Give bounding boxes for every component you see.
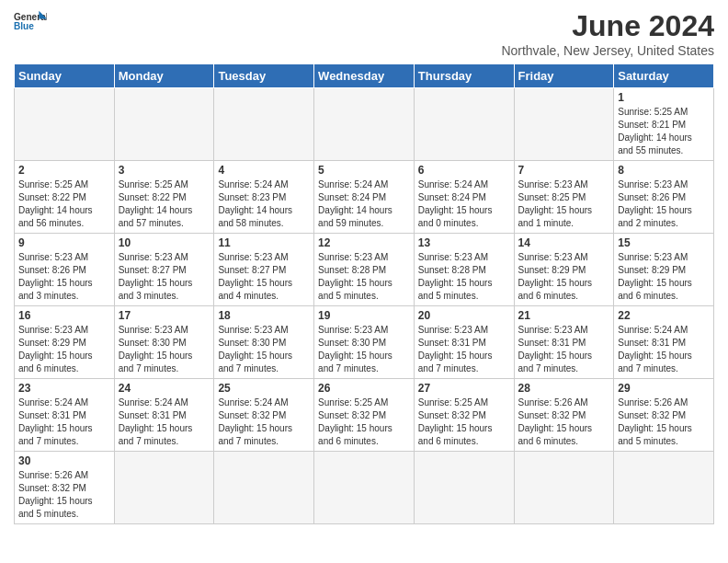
calendar-cell: 17Sunrise: 5:23 AM Sunset: 8:30 PM Dayli…: [114, 306, 214, 379]
day-number: 12: [318, 236, 410, 249]
day-info: Sunrise: 5:24 AM Sunset: 8:24 PM Dayligh…: [318, 178, 410, 230]
calendar-cell: 11Sunrise: 5:23 AM Sunset: 8:27 PM Dayli…: [214, 234, 314, 306]
day-number: 2: [18, 164, 110, 177]
day-info: Sunrise: 5:23 AM Sunset: 8:26 PM Dayligh…: [618, 178, 710, 230]
day-info: Sunrise: 5:23 AM Sunset: 8:30 PM Dayligh…: [318, 324, 410, 375]
day-info: Sunrise: 5:23 AM Sunset: 8:27 PM Dayligh…: [218, 251, 310, 303]
calendar-cell: 15Sunrise: 5:23 AM Sunset: 8:29 PM Dayli…: [614, 234, 714, 306]
header-thursday: Thursday: [414, 64, 514, 88]
calendar-cell: 30Sunrise: 5:26 AM Sunset: 8:32 PM Dayli…: [15, 452, 115, 524]
calendar-cell: 7Sunrise: 5:23 AM Sunset: 8:25 PM Daylig…: [514, 161, 614, 234]
calendar-cell: 6Sunrise: 5:24 AM Sunset: 8:24 PM Daylig…: [414, 161, 514, 234]
day-info: Sunrise: 5:25 AM Sunset: 8:22 PM Dayligh…: [18, 178, 110, 230]
calendar-cell: 2Sunrise: 5:25 AM Sunset: 8:22 PM Daylig…: [15, 161, 115, 234]
calendar-cell: 5Sunrise: 5:24 AM Sunset: 8:24 PM Daylig…: [314, 161, 415, 234]
calendar-cell: 21Sunrise: 5:23 AM Sunset: 8:31 PM Dayli…: [514, 306, 614, 379]
day-info: Sunrise: 5:26 AM Sunset: 8:32 PM Dayligh…: [18, 469, 110, 521]
calendar-week-row: 30Sunrise: 5:26 AM Sunset: 8:32 PM Dayli…: [15, 452, 714, 524]
day-info: Sunrise: 5:26 AM Sunset: 8:32 PM Dayligh…: [618, 396, 710, 448]
day-number: 18: [218, 309, 310, 322]
logo-icon: General Blue: [14, 9, 47, 35]
day-number: 4: [218, 164, 310, 177]
header: General Blue June 2024 Northvale, New Je…: [14, 9, 714, 58]
day-number: 17: [119, 309, 210, 322]
day-number: 25: [218, 382, 310, 395]
calendar-cell: 29Sunrise: 5:26 AM Sunset: 8:32 PM Dayli…: [614, 379, 714, 452]
calendar-cell: 22Sunrise: 5:24 AM Sunset: 8:31 PM Dayli…: [614, 306, 714, 379]
day-info: Sunrise: 5:23 AM Sunset: 8:30 PM Dayligh…: [218, 324, 310, 375]
calendar-cell: [114, 88, 214, 161]
calendar-cell: 14Sunrise: 5:23 AM Sunset: 8:29 PM Dayli…: [514, 234, 614, 306]
calendar-week-row: 16Sunrise: 5:23 AM Sunset: 8:29 PM Dayli…: [15, 306, 714, 379]
day-number: 27: [418, 382, 510, 395]
day-info: Sunrise: 5:23 AM Sunset: 8:31 PM Dayligh…: [518, 324, 610, 375]
calendar-cell: 10Sunrise: 5:23 AM Sunset: 8:27 PM Dayli…: [114, 234, 214, 306]
day-number: 28: [518, 382, 610, 395]
calendar-cell: [15, 88, 115, 161]
day-info: Sunrise: 5:26 AM Sunset: 8:32 PM Dayligh…: [518, 396, 610, 448]
day-info: Sunrise: 5:23 AM Sunset: 8:28 PM Dayligh…: [318, 251, 410, 303]
day-number: 3: [119, 164, 210, 177]
location: Northvale, New Jersey, United States: [501, 43, 714, 58]
calendar-cell: 12Sunrise: 5:23 AM Sunset: 8:28 PM Dayli…: [314, 234, 415, 306]
calendar-cell: 27Sunrise: 5:25 AM Sunset: 8:32 PM Dayli…: [414, 379, 514, 452]
day-info: Sunrise: 5:25 AM Sunset: 8:32 PM Dayligh…: [318, 396, 410, 448]
day-info: Sunrise: 5:23 AM Sunset: 8:26 PM Dayligh…: [18, 251, 110, 303]
day-number: 14: [518, 236, 610, 249]
header-monday: Monday: [114, 64, 214, 88]
day-info: Sunrise: 5:23 AM Sunset: 8:29 PM Dayligh…: [18, 324, 110, 375]
calendar-cell: [114, 452, 214, 524]
header-friday: Friday: [514, 64, 614, 88]
calendar-cell: 16Sunrise: 5:23 AM Sunset: 8:29 PM Dayli…: [15, 306, 115, 379]
day-number: 26: [318, 382, 410, 395]
calendar-cell: [514, 88, 614, 161]
calendar-cell: 25Sunrise: 5:24 AM Sunset: 8:32 PM Dayli…: [214, 379, 314, 452]
day-info: Sunrise: 5:25 AM Sunset: 8:32 PM Dayligh…: [418, 396, 510, 448]
calendar-cell: [614, 452, 714, 524]
header-saturday: Saturday: [614, 64, 714, 88]
day-info: Sunrise: 5:24 AM Sunset: 8:31 PM Dayligh…: [18, 396, 110, 448]
day-number: 6: [418, 164, 510, 177]
calendar-cell: 28Sunrise: 5:26 AM Sunset: 8:32 PM Dayli…: [514, 379, 614, 452]
day-info: Sunrise: 5:23 AM Sunset: 8:29 PM Dayligh…: [618, 251, 710, 303]
day-info: Sunrise: 5:23 AM Sunset: 8:27 PM Dayligh…: [119, 251, 210, 303]
calendar-cell: [514, 452, 614, 524]
day-number: 8: [618, 164, 710, 177]
day-number: 11: [218, 236, 310, 249]
day-info: Sunrise: 5:24 AM Sunset: 8:31 PM Dayligh…: [119, 396, 210, 448]
calendar-table: Sunday Monday Tuesday Wednesday Thursday…: [14, 63, 714, 524]
day-number: 13: [418, 236, 510, 249]
calendar-header-row: Sunday Monday Tuesday Wednesday Thursday…: [15, 64, 714, 88]
logo: General Blue: [14, 9, 47, 35]
calendar-cell: 26Sunrise: 5:25 AM Sunset: 8:32 PM Dayli…: [314, 379, 415, 452]
calendar-cell: 18Sunrise: 5:23 AM Sunset: 8:30 PM Dayli…: [214, 306, 314, 379]
calendar-week-row: 23Sunrise: 5:24 AM Sunset: 8:31 PM Dayli…: [15, 379, 714, 452]
day-number: 19: [318, 309, 410, 322]
title-area: June 2024 Northvale, New Jersey, United …: [501, 9, 714, 58]
day-info: Sunrise: 5:23 AM Sunset: 8:30 PM Dayligh…: [119, 324, 210, 375]
calendar-cell: 13Sunrise: 5:23 AM Sunset: 8:28 PM Dayli…: [414, 234, 514, 306]
day-info: Sunrise: 5:24 AM Sunset: 8:32 PM Dayligh…: [218, 396, 310, 448]
day-number: 9: [18, 236, 110, 249]
day-number: 24: [119, 382, 210, 395]
calendar-cell: 19Sunrise: 5:23 AM Sunset: 8:30 PM Dayli…: [314, 306, 415, 379]
day-info: Sunrise: 5:24 AM Sunset: 8:31 PM Dayligh…: [618, 324, 710, 375]
calendar-cell: 3Sunrise: 5:25 AM Sunset: 8:22 PM Daylig…: [114, 161, 214, 234]
calendar-cell: [414, 452, 514, 524]
calendar-cell: 24Sunrise: 5:24 AM Sunset: 8:31 PM Dayli…: [114, 379, 214, 452]
calendar-cell: [214, 452, 314, 524]
calendar-week-row: 1Sunrise: 5:25 AM Sunset: 8:21 PM Daylig…: [15, 88, 714, 161]
calendar-week-row: 9Sunrise: 5:23 AM Sunset: 8:26 PM Daylig…: [15, 234, 714, 306]
day-number: 29: [618, 382, 710, 395]
calendar-cell: 9Sunrise: 5:23 AM Sunset: 8:26 PM Daylig…: [15, 234, 115, 306]
day-number: 20: [418, 309, 510, 322]
calendar-cell: [214, 88, 314, 161]
day-number: 1: [618, 91, 710, 104]
day-info: Sunrise: 5:23 AM Sunset: 8:29 PM Dayligh…: [518, 251, 610, 303]
calendar-cell: 4Sunrise: 5:24 AM Sunset: 8:23 PM Daylig…: [214, 161, 314, 234]
header-wednesday: Wednesday: [314, 64, 415, 88]
day-info: Sunrise: 5:25 AM Sunset: 8:21 PM Dayligh…: [618, 106, 710, 157]
day-info: Sunrise: 5:25 AM Sunset: 8:22 PM Dayligh…: [119, 178, 210, 230]
day-number: 22: [618, 309, 710, 322]
calendar-cell: 23Sunrise: 5:24 AM Sunset: 8:31 PM Dayli…: [15, 379, 115, 452]
